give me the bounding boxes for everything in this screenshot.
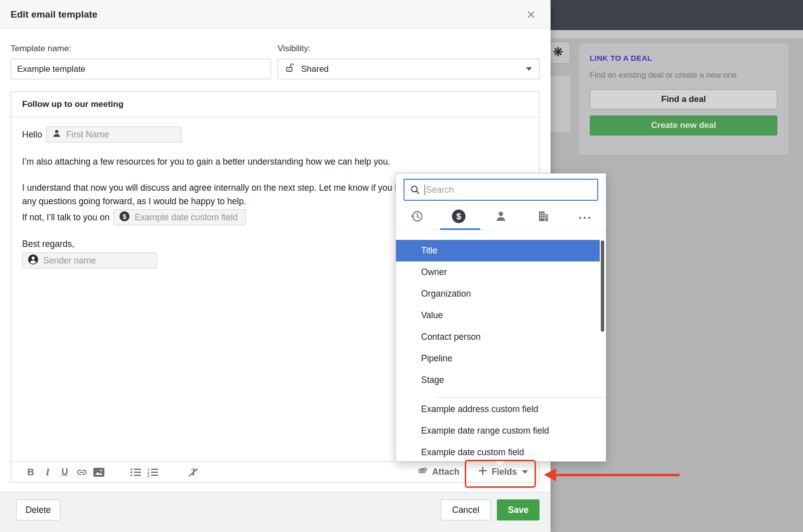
- tab-person[interactable]: [480, 205, 522, 230]
- tab-organization[interactable]: [522, 205, 564, 230]
- more-icon: [578, 213, 591, 222]
- fields-button[interactable]: Fields: [478, 466, 528, 478]
- history-icon: [410, 209, 424, 225]
- search-input[interactable]: Search: [404, 179, 598, 201]
- tab-history[interactable]: [396, 205, 438, 230]
- token-label: Example date custom field: [135, 212, 238, 223]
- unlock-icon: [285, 63, 295, 75]
- sender-name-field-token[interactable]: Sender name: [22, 252, 157, 269]
- app-top-bar: ? p Daniel Smith Test Pipedrive Company: [551, 0, 803, 30]
- organization-icon: [537, 210, 550, 225]
- background-strip: [551, 30, 803, 38]
- link-icon[interactable]: [73, 464, 90, 481]
- background-card: [549, 75, 571, 132]
- clear-formatting-icon[interactable]: T: [185, 464, 202, 481]
- visibility-select[interactable]: Shared: [278, 59, 540, 79]
- visibility-value: Shared: [301, 64, 329, 74]
- greeting-text: Hello: [22, 129, 42, 140]
- italic-icon[interactable]: I: [39, 464, 56, 481]
- panel-title: LINK TO A DEAL: [590, 54, 777, 62]
- field-list: Title Owner Organization Value Contact p…: [396, 230, 606, 462]
- link-to-deal-panel: LINK TO A DEAL Find an existing deal or …: [578, 43, 789, 156]
- chevron-down-icon: [526, 67, 532, 71]
- list-item[interactable]: Example date range custom field: [396, 420, 606, 442]
- svg-text:3: 3: [148, 474, 150, 477]
- list-item[interactable]: Organization: [396, 283, 606, 305]
- person-icon: [52, 128, 62, 141]
- list-divider: [435, 397, 606, 398]
- template-name-input[interactable]: [11, 59, 271, 79]
- find-deal-button[interactable]: Find a deal: [590, 89, 777, 109]
- attach-label: Attach: [432, 467, 459, 477]
- text-cursor: [425, 185, 425, 195]
- first-name-field-token[interactable]: First Name: [46, 126, 182, 143]
- template-name-label: Template name:: [11, 44, 71, 54]
- toolbar-right-group: Attach Fields: [416, 465, 528, 479]
- underline-icon[interactable]: U: [56, 464, 73, 481]
- paragraph-line: I understand that now you will discuss a…: [22, 183, 414, 193]
- gear-icon: [553, 46, 564, 59]
- token-label: First Name: [66, 129, 109, 140]
- paperclip-icon: [416, 465, 428, 479]
- delete-button[interactable]: Delete: [16, 499, 60, 520]
- screen: ? p Daniel Smith Test Pipedrive Company …: [0, 0, 803, 532]
- person-icon: [494, 210, 507, 225]
- list-item[interactable]: Owner: [396, 261, 606, 283]
- create-new-deal-button[interactable]: Create new deal: [590, 115, 777, 136]
- greeting-row: Hello First Name: [22, 126, 528, 143]
- chevron-down-icon: [522, 470, 528, 474]
- token-label: Sender name: [43, 255, 96, 266]
- svg-text:$: $: [457, 212, 462, 221]
- paragraph-line: any questions going forward, as I would …: [22, 196, 246, 206]
- attach-button[interactable]: Attach: [416, 465, 459, 479]
- fields-dropdown: Search $: [395, 173, 606, 462]
- modal-footer: Delete Cancel Save: [0, 492, 551, 532]
- list-item[interactable]: Stage: [396, 369, 606, 391]
- list-item[interactable]: Pipeline: [396, 348, 606, 369]
- deal-dollar-icon: $: [119, 211, 130, 224]
- subject-line[interactable]: Follow up to our meeting: [11, 92, 539, 117]
- date-row-text: If not, I’ll talk to you on: [22, 212, 109, 223]
- person-circle-icon: [28, 254, 39, 268]
- tab-more[interactable]: [564, 205, 606, 230]
- save-button[interactable]: Save: [497, 499, 540, 520]
- cancel-button[interactable]: Cancel: [441, 499, 491, 520]
- paragraph: I’m also attaching a few resources for y…: [22, 155, 529, 169]
- panel-description: Find an existing deal or create a new on…: [590, 71, 777, 80]
- bullet-list-icon[interactable]: [127, 464, 145, 481]
- bold-icon[interactable]: B: [22, 464, 39, 481]
- date-field-token[interactable]: $ Example date custom field: [113, 209, 246, 225]
- annotation-arrow-head: [544, 468, 556, 481]
- svg-text:$: $: [123, 213, 127, 220]
- search-placeholder: Search: [426, 185, 454, 195]
- numbered-list-icon[interactable]: 123: [145, 464, 162, 481]
- deal-dollar-icon: $: [451, 209, 466, 226]
- search-icon: [410, 185, 420, 195]
- field-category-tabs: $: [396, 205, 606, 230]
- list-item[interactable]: Title: [396, 240, 600, 261]
- editor-toolbar: B I U 123 T: [11, 461, 539, 482]
- scrollbar-thumb[interactable]: [601, 240, 604, 332]
- footer-actions: Cancel Save: [441, 499, 540, 520]
- visibility-label: Visibility:: [278, 44, 311, 54]
- list-item[interactable]: Contact person: [396, 326, 606, 348]
- list-item[interactable]: Value: [396, 305, 606, 326]
- modal-title: Edit email template: [11, 0, 97, 29]
- active-tab-underline: [440, 228, 480, 230]
- list-item[interactable]: Example address custom field: [396, 398, 606, 420]
- image-icon[interactable]: [90, 464, 107, 481]
- modal-header: Edit email template: [0, 0, 551, 29]
- fields-label: Fields: [491, 467, 517, 477]
- close-icon[interactable]: [525, 9, 537, 21]
- annotation-arrow: [555, 474, 680, 476]
- tab-deal[interactable]: $: [438, 205, 480, 230]
- plus-icon: [478, 466, 487, 478]
